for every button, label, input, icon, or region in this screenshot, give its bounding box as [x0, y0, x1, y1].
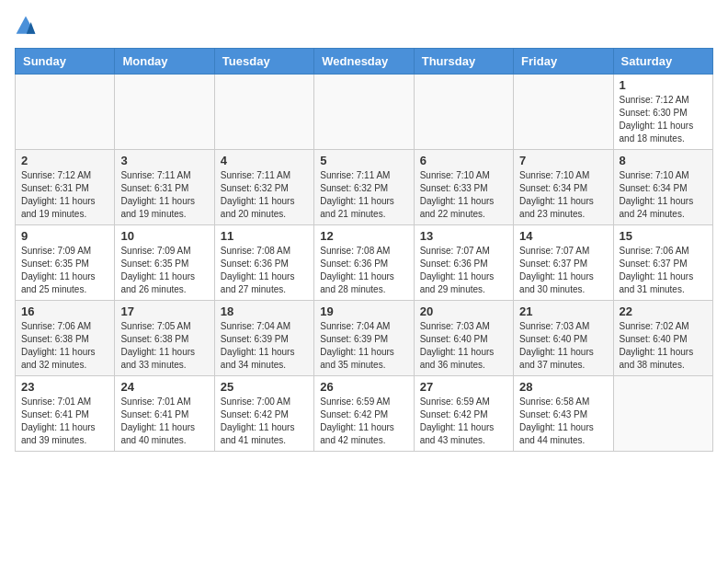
day-number: 5	[320, 154, 407, 167]
day-number: 7	[519, 154, 607, 167]
day-info: Sunrise: 7:09 AM Sunset: 6:35 PM Dayligh…	[120, 245, 208, 296]
day-number: 13	[420, 229, 507, 243]
day-info: Sunrise: 7:11 AM Sunset: 6:31 PM Dayligh…	[120, 169, 208, 221]
logo-icon	[15, 15, 37, 37]
calendar-cell: 16Sunrise: 7:06 AM Sunset: 6:38 PM Dayli…	[16, 301, 115, 376]
day-info: Sunrise: 7:08 AM Sunset: 6:36 PM Dayligh…	[320, 245, 407, 296]
column-header-friday: Friday	[514, 49, 613, 75]
calendar-cell: 24Sunrise: 7:01 AM Sunset: 6:41 PM Dayli…	[115, 376, 214, 452]
calendar-cell: 12Sunrise: 7:08 AM Sunset: 6:36 PM Dayli…	[314, 225, 414, 301]
day-number: 15	[620, 229, 707, 243]
day-info: Sunrise: 7:12 AM Sunset: 6:31 PM Dayligh…	[21, 169, 108, 221]
calendar-cell: 7Sunrise: 7:10 AM Sunset: 6:34 PM Daylig…	[514, 150, 613, 225]
day-info: Sunrise: 7:04 AM Sunset: 6:39 PM Dayligh…	[221, 320, 308, 372]
calendar-cell: 17Sunrise: 7:05 AM Sunset: 6:38 PM Dayli…	[115, 301, 214, 376]
calendar-cell: 21Sunrise: 7:03 AM Sunset: 6:40 PM Dayli…	[514, 301, 613, 376]
calendar-week-2: 2Sunrise: 7:12 AM Sunset: 6:31 PM Daylig…	[16, 150, 713, 225]
column-header-tuesday: Tuesday	[214, 49, 313, 75]
day-info: Sunrise: 7:09 AM Sunset: 6:35 PM Dayligh…	[21, 245, 108, 296]
day-info: Sunrise: 6:59 AM Sunset: 6:42 PM Dayligh…	[420, 396, 507, 447]
day-info: Sunrise: 7:05 AM Sunset: 6:38 PM Dayligh…	[120, 320, 208, 372]
day-number: 16	[21, 304, 108, 318]
day-number: 4	[221, 154, 308, 167]
calendar-week-1: 1Sunrise: 7:12 AM Sunset: 6:30 PM Daylig…	[16, 75, 713, 150]
calendar-cell	[115, 75, 214, 150]
day-info: Sunrise: 7:06 AM Sunset: 6:38 PM Dayligh…	[21, 320, 108, 372]
calendar-week-4: 16Sunrise: 7:06 AM Sunset: 6:38 PM Dayli…	[16, 301, 713, 376]
calendar-cell: 22Sunrise: 7:02 AM Sunset: 6:40 PM Dayli…	[613, 301, 712, 376]
calendar-cell: 1Sunrise: 7:12 AM Sunset: 6:30 PM Daylig…	[613, 75, 712, 150]
day-number: 22	[620, 304, 707, 318]
calendar-cell	[16, 75, 115, 150]
calendar-cell: 27Sunrise: 6:59 AM Sunset: 6:42 PM Dayli…	[414, 376, 513, 452]
day-info: Sunrise: 7:04 AM Sunset: 6:39 PM Dayligh…	[320, 320, 407, 372]
day-info: Sunrise: 7:08 AM Sunset: 6:36 PM Dayligh…	[221, 245, 308, 296]
calendar-week-5: 23Sunrise: 7:01 AM Sunset: 6:41 PM Dayli…	[16, 376, 713, 452]
calendar-cell: 5Sunrise: 7:11 AM Sunset: 6:32 PM Daylig…	[314, 150, 414, 225]
day-number: 2	[21, 154, 108, 167]
calendar-cell: 8Sunrise: 7:10 AM Sunset: 6:34 PM Daylig…	[613, 150, 712, 225]
calendar-header-row: SundayMondayTuesdayWednesdayThursdayFrid…	[16, 49, 713, 75]
day-info: Sunrise: 7:01 AM Sunset: 6:41 PM Dayligh…	[120, 396, 208, 447]
day-number: 28	[519, 380, 607, 394]
calendar-cell: 26Sunrise: 6:59 AM Sunset: 6:42 PM Dayli…	[314, 376, 414, 452]
day-number: 10	[120, 229, 208, 243]
day-number: 12	[320, 229, 407, 243]
day-number: 14	[519, 229, 607, 243]
calendar-cell: 15Sunrise: 7:06 AM Sunset: 6:37 PM Dayli…	[613, 225, 712, 301]
day-number: 8	[620, 154, 707, 167]
day-number: 25	[221, 380, 308, 394]
calendar-cell: 11Sunrise: 7:08 AM Sunset: 6:36 PM Dayli…	[214, 225, 313, 301]
day-number: 20	[420, 304, 507, 318]
day-info: Sunrise: 7:03 AM Sunset: 6:40 PM Dayligh…	[519, 320, 607, 372]
day-number: 21	[519, 304, 607, 318]
column-header-thursday: Thursday	[414, 49, 513, 75]
calendar-cell: 23Sunrise: 7:01 AM Sunset: 6:41 PM Dayli…	[16, 376, 115, 452]
logo	[15, 15, 40, 37]
day-number: 1	[620, 78, 707, 92]
day-info: Sunrise: 7:02 AM Sunset: 6:40 PM Dayligh…	[620, 320, 707, 372]
calendar-cell	[414, 75, 513, 150]
calendar-cell: 20Sunrise: 7:03 AM Sunset: 6:40 PM Dayli…	[414, 301, 513, 376]
calendar-cell: 4Sunrise: 7:11 AM Sunset: 6:32 PM Daylig…	[214, 150, 313, 225]
day-number: 6	[420, 154, 507, 167]
day-number: 26	[320, 380, 407, 394]
day-info: Sunrise: 7:01 AM Sunset: 6:41 PM Dayligh…	[21, 396, 108, 447]
column-header-sunday: Sunday	[16, 49, 115, 75]
day-info: Sunrise: 7:03 AM Sunset: 6:40 PM Dayligh…	[420, 320, 507, 372]
calendar-cell: 10Sunrise: 7:09 AM Sunset: 6:35 PM Dayli…	[115, 225, 214, 301]
day-number: 18	[221, 304, 308, 318]
calendar-cell: 18Sunrise: 7:04 AM Sunset: 6:39 PM Dayli…	[214, 301, 313, 376]
calendar-cell	[514, 75, 613, 150]
calendar-cell	[613, 376, 712, 452]
header	[15, 15, 713, 37]
day-info: Sunrise: 6:59 AM Sunset: 6:42 PM Dayligh…	[320, 396, 407, 447]
day-number: 11	[221, 229, 308, 243]
day-info: Sunrise: 7:07 AM Sunset: 6:36 PM Dayligh…	[420, 245, 507, 296]
day-number: 19	[320, 304, 407, 318]
day-info: Sunrise: 7:00 AM Sunset: 6:42 PM Dayligh…	[221, 396, 308, 447]
calendar-cell: 13Sunrise: 7:07 AM Sunset: 6:36 PM Dayli…	[414, 225, 513, 301]
day-info: Sunrise: 7:10 AM Sunset: 6:33 PM Dayligh…	[420, 169, 507, 221]
day-number: 9	[21, 229, 108, 243]
day-number: 27	[420, 380, 507, 394]
day-info: Sunrise: 7:12 AM Sunset: 6:30 PM Dayligh…	[620, 94, 707, 145]
column-header-saturday: Saturday	[613, 49, 712, 75]
column-header-wednesday: Wednesday	[314, 49, 414, 75]
day-info: Sunrise: 7:07 AM Sunset: 6:37 PM Dayligh…	[519, 245, 607, 296]
day-info: Sunrise: 7:11 AM Sunset: 6:32 PM Dayligh…	[221, 169, 308, 221]
day-number: 24	[120, 380, 208, 394]
day-info: Sunrise: 7:10 AM Sunset: 6:34 PM Dayligh…	[519, 169, 607, 221]
calendar-cell: 6Sunrise: 7:10 AM Sunset: 6:33 PM Daylig…	[414, 150, 513, 225]
calendar-cell: 3Sunrise: 7:11 AM Sunset: 6:31 PM Daylig…	[115, 150, 214, 225]
calendar-cell: 19Sunrise: 7:04 AM Sunset: 6:39 PM Dayli…	[314, 301, 414, 376]
day-info: Sunrise: 7:06 AM Sunset: 6:37 PM Dayligh…	[620, 245, 707, 296]
calendar-cell: 9Sunrise: 7:09 AM Sunset: 6:35 PM Daylig…	[16, 225, 115, 301]
day-number: 3	[120, 154, 208, 167]
calendar-week-3: 9Sunrise: 7:09 AM Sunset: 6:35 PM Daylig…	[16, 225, 713, 301]
calendar-cell: 2Sunrise: 7:12 AM Sunset: 6:31 PM Daylig…	[16, 150, 115, 225]
column-header-monday: Monday	[115, 49, 214, 75]
day-info: Sunrise: 7:11 AM Sunset: 6:32 PM Dayligh…	[320, 169, 407, 221]
day-number: 23	[21, 380, 108, 394]
calendar-cell	[314, 75, 414, 150]
